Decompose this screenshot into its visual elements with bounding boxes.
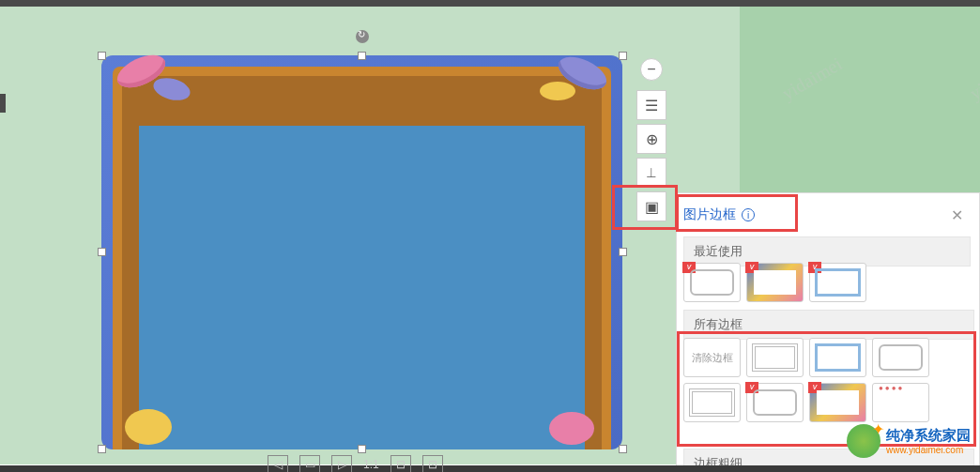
recent-thumbs bbox=[683, 263, 866, 302]
resize-handle-se[interactable] bbox=[619, 445, 627, 453]
slide-indicator-icon[interactable]: ▭ bbox=[299, 455, 320, 472]
fit-width-icon[interactable]: ⊟ bbox=[390, 455, 411, 472]
frame-thumb-blue[interactable] bbox=[809, 338, 866, 377]
image-content bbox=[139, 126, 585, 449]
section-all: 所有边框 bbox=[683, 310, 974, 340]
resize-handle-ne[interactable] bbox=[619, 52, 627, 60]
section-all-label: 所有边框 bbox=[683, 310, 974, 340]
framed-image[interactable] bbox=[101, 55, 622, 449]
resize-handle-e[interactable] bbox=[619, 248, 627, 256]
annotation-highlight-icon bbox=[612, 185, 678, 230]
fit-page-icon[interactable]: ⊡ bbox=[422, 455, 443, 472]
frame-thumb-clear[interactable]: 清除边框 bbox=[683, 338, 741, 377]
crop-tool-button[interactable]: ⟂ bbox=[636, 158, 666, 188]
resize-handle-n[interactable] bbox=[358, 52, 366, 60]
zoom-ratio: 1:1 bbox=[363, 458, 379, 471]
bottom-bar bbox=[0, 465, 980, 472]
text-tool-button[interactable]: ☰ bbox=[636, 90, 666, 120]
zoom-controls: ◁ ▭ ▷ 1:1 ⊟ ⊡ bbox=[268, 455, 443, 472]
resize-handle-sw[interactable] bbox=[98, 445, 106, 453]
macaron-decoration-icon bbox=[549, 412, 594, 445]
all-frames-grid: 清除边框 bbox=[683, 338, 974, 422]
canvas-area[interactable] bbox=[0, 7, 740, 464]
resize-handle-nw[interactable] bbox=[98, 52, 106, 60]
watermark-title: 纯净系统家园 bbox=[886, 427, 971, 445]
frame-thumb-double[interactable] bbox=[746, 338, 804, 377]
zoom-tool-button[interactable]: ⊕ bbox=[636, 124, 666, 154]
frame-thumb-stitch[interactable] bbox=[683, 383, 741, 422]
close-panel-button[interactable]: ✕ bbox=[951, 206, 966, 221]
panel-title: 图片边框 bbox=[683, 206, 736, 223]
macaron-decoration-icon bbox=[540, 82, 575, 100]
frame-thumb-dots[interactable] bbox=[872, 383, 929, 422]
frame-thumb-plain[interactable] bbox=[746, 383, 804, 422]
watermark-logo: 纯净系统家园 www.yidaimei.com bbox=[847, 424, 971, 458]
frame-thumb-macaron[interactable] bbox=[746, 263, 804, 302]
frame-thumb-plain[interactable] bbox=[872, 338, 929, 377]
rotate-handle-icon[interactable] bbox=[356, 30, 369, 43]
slide-prev-icon[interactable]: ◁ bbox=[268, 455, 288, 472]
slide-next-icon[interactable]: ▷ bbox=[331, 455, 352, 472]
watermark-icon bbox=[847, 424, 880, 458]
collapse-button[interactable]: − bbox=[640, 58, 663, 81]
top-bar bbox=[0, 0, 980, 7]
watermark-url: www.yidaimei.com bbox=[886, 445, 971, 455]
frame-thumb-macaron[interactable] bbox=[809, 383, 866, 422]
info-icon[interactable]: i bbox=[742, 208, 755, 221]
resize-handle-w[interactable] bbox=[98, 248, 106, 256]
macaron-decoration-icon bbox=[125, 409, 172, 445]
frame-thumb-blue[interactable] bbox=[809, 263, 866, 302]
resize-handle-s[interactable] bbox=[358, 445, 366, 453]
panel-header: 图片边框 i bbox=[683, 199, 755, 231]
frame-thumb-plain[interactable] bbox=[683, 263, 741, 302]
left-edge bbox=[0, 94, 6, 113]
